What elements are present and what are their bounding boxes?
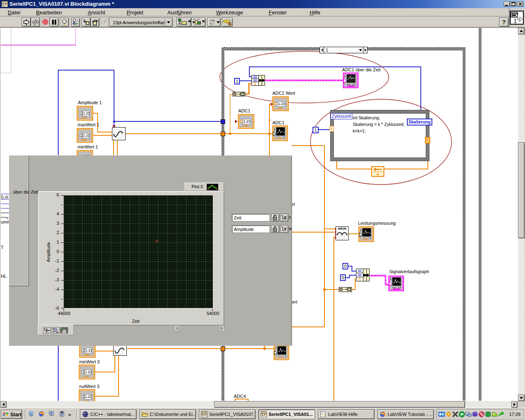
formula-output-k[interactable]: k — [425, 137, 430, 144]
y-autoscale-button[interactable]: Y — [280, 225, 288, 233]
formula-input-zykluszeit[interactable]: Zykluszeit — [331, 113, 352, 119]
cursor-tool-button[interactable] — [43, 327, 51, 333]
control-maxwert1[interactable]: 1.23 DBL — [77, 128, 93, 143]
context-help-button[interactable]: ? — [499, 18, 509, 27]
tray-green-card-icon[interactable] — [491, 411, 498, 418]
task-labview-hilfe[interactable]: ? LabVIEW-Hilfe — [318, 409, 374, 419]
increment-decrement[interactable] — [82, 347, 85, 354]
menu-datei[interactable]: Datei — [8, 9, 20, 16]
sine-vi-2[interactable] — [113, 345, 127, 356]
start-button[interactable]: Start — [1, 410, 22, 419]
task-labview-tutorials[interactable]: LabVIEW Tutorials - ... — [377, 409, 434, 419]
tray-stack-icon[interactable] — [472, 411, 478, 418]
menu-hilfe[interactable]: Hilfe — [310, 9, 320, 16]
x-scale-lock-button[interactable] — [271, 214, 279, 221]
control-nullwert3[interactable]: 1.23 DBL — [79, 389, 95, 401]
tray-red-status-icon[interactable] — [478, 411, 485, 418]
distribute-objects-button[interactable] — [191, 18, 205, 27]
task-vi-front-panel[interactable]: SeriellPC1_VISA0107... — [199, 409, 256, 419]
task-eclipse[interactable]: C/C++ - labview/mai... — [80, 409, 137, 419]
aron-subvi[interactable]: ARON — [336, 226, 349, 240]
quicklaunch-internet-explorer-icon[interactable] — [28, 411, 34, 417]
feedback-node[interactable] — [371, 166, 384, 177]
maximize-button[interactable] — [510, 1, 516, 7]
vertical-scroll-thumb[interactable] — [518, 142, 525, 238]
build-waveform-node-2[interactable]: I32 I32 [] — [356, 269, 370, 281]
label-nullwert3[interactable]: nullWert 3 — [79, 384, 99, 389]
retain-wire-values-button[interactable] — [71, 18, 80, 27]
label-minwert1[interactable]: minWert 1 — [78, 145, 98, 149]
step-into-button[interactable] — [82, 18, 91, 27]
quicklaunch-firefox-icon[interactable] — [38, 411, 45, 417]
index-array-node-2[interactable] — [339, 287, 352, 292]
control-minwert3[interactable]: 1.23 DBL — [79, 365, 95, 379]
increment-decrement[interactable] — [82, 393, 84, 400]
highlight-execution-button[interactable] — [60, 18, 69, 27]
close-button[interactable] — [517, 1, 523, 7]
pan-tool-button[interactable] — [60, 327, 68, 333]
quicklaunch-remote-desktop-icon[interactable] — [48, 411, 55, 417]
formula-code[interactable]: int Skalierung;Skalierung = k * Zyklusze… — [353, 114, 404, 134]
sine-vi[interactable] — [112, 127, 126, 140]
constant-1a[interactable]: 1 — [234, 78, 240, 84]
scroll-down-button[interactable] — [518, 395, 525, 401]
x-autoscale-button[interactable]: X — [280, 214, 288, 221]
tray-network-icon[interactable] — [465, 411, 472, 418]
increment-decrement[interactable] — [82, 369, 84, 375]
label-adc1-b[interactable]: ADC1 — [272, 121, 284, 125]
minimize-button[interactable] — [504, 1, 510, 7]
chart-adc1-sgl[interactable]: 2 0 0.01.0 SGL — [272, 126, 288, 141]
menu-ausfuehren[interactable]: Ausführen — [167, 9, 192, 16]
label-adc4[interactable]: ADC4 — [234, 394, 246, 399]
constant-0a[interactable]: 0 — [342, 263, 348, 269]
increment-decrement[interactable] — [80, 110, 82, 116]
menu-werkzeuge[interactable]: Werkzeuge — [216, 9, 243, 16]
block-diagram-canvas[interactable]: 1 Amplitude 1 1.23 DBL maxWert 1 1.23 DB… — [1, 28, 518, 401]
plot-style-swatch[interactable] — [207, 184, 218, 190]
horizontal-scrollbar[interactable] — [0, 401, 518, 408]
formula-output-skalierung[interactable]: Skalierung — [407, 119, 432, 126]
sequence-structure-right-border[interactable] — [463, 47, 466, 401]
quicklaunch-chevron[interactable]: » — [68, 411, 71, 418]
control-amplitude1[interactable]: 1.23 DBL — [77, 106, 93, 121]
y-scale-lock-button[interactable] — [271, 225, 279, 233]
scroll-left-button[interactable] — [0, 401, 7, 408]
menu-projekt[interactable]: Projekt — [127, 9, 143, 16]
run-continuously-button[interactable] — [31, 18, 40, 27]
label-signalverlaufsgraph[interactable]: Signalverlaufsgraph — [389, 269, 429, 274]
scroll-right-button[interactable] — [511, 401, 518, 408]
clean-up-diagram-button[interactable] — [222, 18, 233, 27]
build-waveform-node[interactable]: I32 I32 [] — [251, 75, 265, 86]
x-scroll-left-button[interactable] — [174, 325, 180, 331]
font-selector[interactable]: 13pt Anwendungsschriftart — [109, 18, 173, 27]
label-amplitude1[interactable]: Amplitude 1 — [78, 100, 102, 105]
chart-adc1-ueber-zeit[interactable]: 2 0 0.01.0 — [343, 73, 358, 88]
x-scroll-right-button[interactable] — [219, 325, 225, 331]
constant-0b[interactable]: 0 — [340, 274, 346, 281]
quicklaunch-media-icon[interactable] — [59, 411, 65, 417]
chart-sgl-bottom[interactable]: 2 0 0.01.0 SGL — [274, 345, 289, 360]
tray-green-arrow-icon[interactable] — [498, 411, 504, 418]
pause-button[interactable] — [50, 18, 59, 27]
zoom-tool-button[interactable] — [52, 327, 59, 333]
step-over-button[interactable] — [91, 18, 99, 27]
vertical-scrollbar[interactable] — [518, 28, 525, 401]
task-vi-block-diagram-active[interactable]: SeriellPC1_VISA01... — [258, 409, 315, 419]
formula-input-k[interactable]: k — [329, 126, 334, 132]
label-adc1-a[interactable]: ADC1 — [238, 109, 250, 113]
reorder-button[interactable] — [207, 18, 221, 27]
tray-code-composer-icon[interactable] — [438, 411, 445, 418]
menu-ansicht[interactable]: Ansicht — [88, 9, 105, 16]
tray-gear-icon[interactable] — [445, 411, 452, 418]
horizontal-scroll-thumb[interactable] — [214, 401, 465, 408]
index-array-node[interactable] — [233, 92, 245, 96]
scroll-up-button[interactable] — [518, 28, 525, 34]
vi-icon-box[interactable]: 1 — [510, 11, 524, 25]
label-leistungsmessung[interactable]: Leistungsmessung — [358, 221, 396, 226]
front-panel-window[interactable]: . über die Zeit Plot 0 — [9, 155, 292, 346]
tray-chip-icon[interactable] — [485, 411, 491, 418]
label-adc1-ueber-zeit[interactable]: ADC1 über die Zeit — [342, 68, 381, 72]
frame-dropdown-button[interactable] — [358, 47, 363, 53]
chart-leistungsmessung[interactable]: 2 0 0.01.0 DBL — [358, 226, 374, 242]
menu-fenster[interactable]: Fenster — [269, 9, 287, 16]
